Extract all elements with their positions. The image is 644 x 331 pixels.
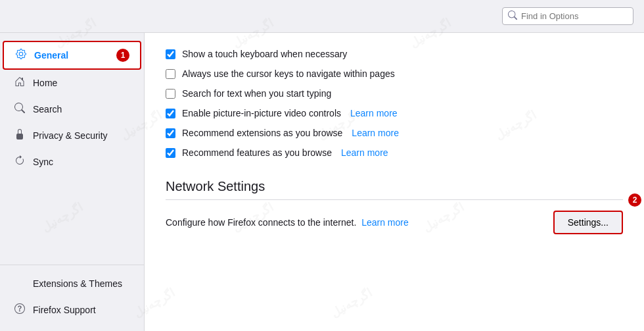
touch-keyboard-label: Show a touch keyboard when necessary [182, 49, 347, 59]
recommend-features-checkbox[interactable] [166, 148, 175, 158]
sidebar-item-privacy[interactable]: Privacy & Security [3, 122, 141, 149]
recommend-features-learn-more-link[interactable]: Learn more [341, 147, 388, 158]
recommend-features-label: Recommend features as you browse [182, 147, 332, 158]
sidebar-item-sync[interactable]: Sync [3, 149, 141, 175]
search-icon [508, 11, 517, 22]
setting-recommend-features: Recommend features as you browse Learn m… [166, 147, 623, 158]
step2-badge: 2 [628, 193, 641, 207]
step1-badge: 1 [116, 49, 129, 62]
sidebar-item-general[interactable]: General 1 [3, 41, 141, 70]
sidebar-item-support[interactable]: Firefox Support [3, 297, 141, 323]
network-settings-title: Network Settings [166, 179, 623, 200]
cursor-keys-checkbox[interactable] [166, 69, 175, 79]
find-in-options-search-box[interactable] [502, 7, 633, 25]
sidebar-spacer [0, 175, 144, 265]
setting-touch-keyboard: Show a touch keyboard when necessary [166, 49, 623, 59]
sidebar-item-home[interactable]: Home [3, 70, 141, 96]
sidebar-item-general-label: General [34, 50, 68, 61]
content-area: Show a touch keyboard when necessary Alw… [145, 33, 644, 331]
pip-label: Enable picture-in-picture video controls [182, 108, 341, 118]
search-typing-label: Search for text when you start typing [182, 88, 331, 99]
sidebar-item-search-label: Search [33, 104, 62, 115]
pip-checkbox[interactable] [166, 109, 175, 118]
network-settings-row: Configure how Firefox connects to the in… [166, 211, 623, 234]
sidebar-item-privacy-label: Privacy & Security [33, 130, 108, 141]
sidebar-item-search[interactable]: Search [3, 96, 141, 122]
lock-icon [13, 129, 26, 142]
network-settings-button[interactable]: Settings... [553, 211, 623, 234]
sidebar-item-extensions-label: Extensions & Themes [33, 278, 122, 289]
recommend-extensions-learn-more-link[interactable]: Learn more [352, 128, 399, 138]
search-typing-checkbox[interactable] [166, 89, 175, 99]
network-description: Configure how Firefox connects to the in… [166, 217, 409, 228]
recommend-extensions-checkbox[interactable] [166, 128, 175, 138]
search-nav-icon [13, 103, 26, 116]
puzzle-icon [13, 277, 26, 290]
header [0, 0, 644, 33]
recommend-extensions-label: Recommend extensions as you browse [182, 128, 342, 138]
settings-btn-wrapper: 2 Settings... [553, 211, 623, 234]
setting-recommend-extensions: Recommend extensions as you browse Learn… [166, 128, 623, 138]
sidebar-bottom: Extensions & Themes Firefox Support [0, 265, 144, 323]
setting-pip: Enable picture-in-picture video controls… [166, 108, 623, 118]
find-in-options-input[interactable] [521, 11, 628, 21]
sidebar-item-extensions[interactable]: Extensions & Themes [3, 270, 141, 297]
settings-checkboxes: Show a touch keyboard when necessary Alw… [166, 49, 623, 158]
setting-search-typing: Search for text when you start typing [166, 88, 623, 99]
gear-icon [14, 49, 28, 62]
sidebar-item-sync-label: Sync [33, 157, 53, 167]
home-icon [13, 76, 26, 89]
network-settings-section: Network Settings Configure how Firefox c… [166, 179, 623, 234]
main-layout: General 1 Home Search [0, 33, 644, 331]
touch-keyboard-checkbox[interactable] [166, 49, 175, 59]
network-learn-more-link[interactable]: Learn more [361, 217, 409, 228]
sync-icon [13, 155, 26, 168]
pip-learn-more-link[interactable]: Learn more [350, 108, 398, 118]
sidebar-item-home-label: Home [33, 78, 57, 88]
help-icon [13, 303, 26, 317]
sidebar: General 1 Home Search [0, 33, 145, 331]
sidebar-item-support-label: Firefox Support [33, 305, 96, 315]
cursor-keys-label: Always use the cursor keys to navigate w… [182, 68, 395, 79]
setting-cursor-keys: Always use the cursor keys to navigate w… [166, 68, 623, 79]
